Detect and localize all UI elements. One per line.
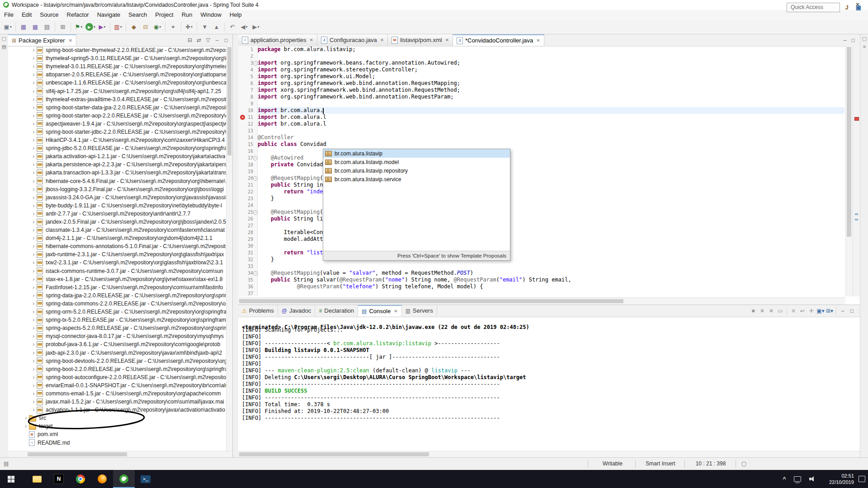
new-wizard-button[interactable]: ▣▾ — [2, 22, 13, 33]
tree-item[interactable]: ›protobuf-java-3.6.1.jar - C:\Users\serg… — [8, 340, 226, 348]
search-button[interactable]: ⌖ — [168, 22, 179, 33]
scrollbar-thumb[interactable] — [239, 299, 623, 303]
tree-item[interactable]: ›src — [8, 414, 226, 422]
maximize-icon[interactable]: □ — [849, 37, 857, 43]
tree-item[interactable]: ›spring-data-jpa-2.2.0.RELEASE.jar - C:\… — [8, 291, 226, 300]
error-icon[interactable]: × — [240, 115, 245, 120]
taskbar-chrome[interactable] — [70, 470, 91, 488]
expander-icon[interactable]: › — [31, 398, 37, 406]
tree-item[interactable]: ›spring-boot-starter-thymeleaf-2.2.0.REL… — [8, 46, 226, 54]
expander-icon[interactable]: › — [31, 242, 37, 250]
tree-item[interactable]: ›jaxb-api-2.3.0.jar - C:\Users\sergi\.m2… — [8, 348, 226, 357]
tree-item[interactable]: ›spring-data-commons-2.2.0.RELEASE.jar -… — [8, 300, 226, 308]
tree-item[interactable]: ›FastInfoset-1.2.15.jar - C:\Users\sergi… — [8, 283, 226, 291]
tree-item[interactable]: ›stax-ex-1.8.jar - C:\Users\sergi\.m2\re… — [8, 275, 226, 283]
completion-item[interactable]: br.com.alura.listavip — [323, 149, 510, 158]
start-button[interactable] — [0, 470, 22, 488]
tree-item[interactable]: ›byte-buddy-1.9.11.jar - C:\Users\sergi\… — [8, 202, 226, 210]
scrollbar-thumb[interactable] — [28, 452, 127, 456]
tab-package-explorer[interactable]: ⊞ Package Explorer ✕ — [8, 34, 76, 46]
menu-navigate[interactable]: Navigate — [93, 10, 124, 20]
network-icon[interactable] — [794, 476, 801, 482]
taskbar-firefox[interactable] — [91, 470, 113, 488]
tree-item[interactable]: ›jakarta.persistence-api-2.2.3.jar - C:\… — [8, 160, 226, 169]
taskbar-powershell[interactable]: >_ — [135, 470, 156, 488]
remove-all-launches-icon[interactable]: ✕ — [767, 308, 776, 314]
editor-vertical-scrollbar[interactable] — [845, 46, 853, 296]
tree-item[interactable]: ›spring-boot-starter-aop-2.2.0.RELEASE.j… — [8, 112, 226, 120]
volume-icon[interactable] — [809, 476, 816, 482]
expander-icon[interactable]: › — [31, 169, 37, 177]
tree-item[interactable]: ›HikariCP-3.4.1.jar - C:\Users\sergi\.m2… — [8, 136, 226, 144]
tree-item[interactable]: ›spring-tx-5.2.0.RELEASE.jar - C:\Users\… — [8, 316, 226, 324]
expander-icon[interactable]: › — [31, 324, 37, 332]
remove-launch-icon[interactable]: ✕ — [758, 308, 767, 314]
editor-horizontal-scrollbar[interactable] — [238, 297, 845, 305]
taskbar-n-app[interactable]: N — [48, 470, 70, 488]
tree-item[interactable]: ›spring-boot-2.2.0.RELEASE.jar - C:\User… — [8, 365, 226, 373]
scroll-lock-icon[interactable]: ≡ — [789, 308, 798, 314]
expander-icon[interactable]: › — [31, 136, 37, 144]
hidden-icons-chevron[interactable]: ^ — [779, 476, 790, 482]
close-icon[interactable]: ✕ — [380, 38, 384, 42]
expander-icon[interactable]: › — [31, 283, 37, 291]
menu-file[interactable]: File — [0, 10, 18, 20]
taskbar-file-explorer[interactable] — [26, 470, 48, 488]
tree-item[interactable]: ›thymeleaf-3.0.11.RELEASE.jar - C:\Users… — [8, 62, 226, 70]
menu-refactor[interactable]: Refactor — [63, 10, 93, 20]
new-class-button[interactable]: ◉▾ — [152, 22, 163, 33]
fold-collapse-icon[interactable]: − — [253, 61, 258, 66]
expander-icon[interactable]: › — [31, 373, 37, 381]
expander-icon[interactable]: › — [31, 234, 37, 242]
expander-icon[interactable]: › — [23, 414, 29, 422]
expander-icon[interactable]: › — [31, 185, 37, 193]
fold-collapse-icon[interactable]: − — [253, 271, 258, 276]
back-button[interactable]: ◀▾ — [239, 22, 250, 33]
occurrence-marker[interactable] — [855, 219, 858, 221]
tree-item[interactable]: ›spring-boot-starter-data-jpa-2.2.0.RELE… — [8, 103, 226, 112]
tree-item[interactable]: ›thymeleaf-spring5-3.0.11.RELEASE.jar - … — [8, 54, 226, 62]
display-selected-console-icon[interactable]: ▣▾ — [816, 308, 825, 314]
expander-icon[interactable]: › — [31, 267, 37, 275]
tree-item[interactable]: ›spring-orm-5.2.0.RELEASE.jar - C:\Users… — [8, 308, 226, 316]
expander-icon[interactable]: › — [31, 160, 37, 169]
new-java-project-button[interactable]: ◆ — [128, 22, 139, 33]
fold-collapse-icon[interactable]: − — [253, 176, 258, 181]
previous-annotation-button[interactable]: ▲ — [211, 22, 222, 33]
tab-problems[interactable]: ⚠Problems — [238, 305, 278, 316]
editor-tab-configuracao-java[interactable]: JConfiguracao.java✕ — [317, 34, 388, 46]
debug-button[interactable]: ⚑▾ — [73, 22, 84, 33]
tree-item[interactable]: ›jakarta.transaction-api-1.3.3.jar - C:\… — [8, 169, 226, 177]
scrollbar-thumb[interactable] — [847, 47, 851, 237]
tree-item[interactable]: ›target — [8, 422, 226, 430]
annotation-ruler[interactable]: × — [238, 46, 248, 296]
tab-javadoc[interactable]: @Javadoc — [278, 305, 316, 316]
expander-icon[interactable]: › — [31, 389, 37, 398]
completion-item[interactable]: br.com.alura.listavip.service — [323, 175, 510, 183]
close-icon[interactable]: ✕ — [445, 38, 449, 42]
expander-icon[interactable]: › — [31, 300, 37, 308]
tree-item[interactable]: ›thymeleaf-extras-java8time-3.0.4.RELEAS… — [8, 95, 226, 103]
tree-item[interactable]: Mpom.xml — [8, 430, 226, 438]
tree-item[interactable]: ›spring-aspects-5.2.0.RELEASE.jar - C:\U… — [8, 324, 226, 332]
error-marker[interactable] — [854, 117, 859, 121]
close-icon[interactable]: ✕ — [310, 38, 313, 42]
expander-icon[interactable]: › — [31, 95, 37, 103]
tree-item[interactable]: ›classmate-1.3.4.jar - C:\Users\sergi\.m… — [8, 226, 226, 234]
profile-button[interactable]: ▶▾ — [97, 22, 108, 33]
collapse-all-icon[interactable]: ⊟ — [185, 37, 194, 43]
tree-item[interactable]: ›attoparser-2.0.5.RELEASE.jar - C:\Users… — [8, 70, 226, 79]
tab-declaration[interactable]: ≡Declaration — [315, 305, 358, 316]
perspective-javaee-button[interactable]: ▣ — [854, 2, 863, 12]
tab-console[interactable]: ▤Console✕ — [358, 305, 401, 316]
tree-item[interactable]: ›commons-email-1.5.jar - C:\Users\sergi\… — [8, 389, 226, 398]
tree-vertical-scrollbar[interactable] — [226, 46, 232, 451]
tree-item[interactable]: ›enviarEmail-0.0.1-SNAPSHOT.jar - C:\Use… — [8, 381, 226, 389]
scrollbar-thumb[interactable] — [227, 47, 231, 155]
tree-item[interactable]: ›spring-jdbc-5.2.0.RELEASE.jar - C:\User… — [8, 144, 226, 152]
overview-ruler[interactable] — [853, 46, 860, 296]
expander-icon[interactable]: › — [31, 202, 37, 210]
expander-icon[interactable]: › — [31, 258, 37, 267]
expander-icon[interactable]: › — [31, 177, 37, 185]
tree-item[interactable]: ≡README.md — [8, 439, 226, 447]
